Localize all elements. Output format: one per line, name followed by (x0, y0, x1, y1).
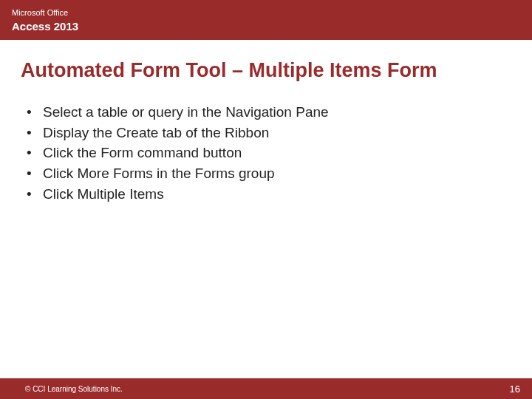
slide-title: Automated Form Tool – Multiple Items For… (21, 59, 511, 82)
list-item: Select a table or query in the Navigatio… (27, 103, 511, 122)
list-item: Click More Forms in the Forms group (27, 164, 511, 183)
header-brand: Microsoft Office (12, 8, 520, 18)
list-item: Display the Create tab of the Ribbon (27, 123, 511, 143)
bullet-list: Select a table or query in the Navigatio… (21, 103, 511, 203)
header-product: Access 2013 (12, 20, 520, 33)
header-bar: Microsoft Office Access 2013 (0, 0, 532, 40)
footer-bar: © CCI Learning Solutions Inc. 16 (0, 378, 532, 399)
list-item: Click the Form command button (27, 143, 511, 163)
footer-page-number: 16 (510, 383, 520, 395)
footer-copyright: © CCI Learning Solutions Inc. (25, 385, 123, 393)
slide-content: Automated Form Tool – Multiple Items For… (0, 40, 532, 203)
list-item: Click Multiple Items (27, 185, 511, 204)
